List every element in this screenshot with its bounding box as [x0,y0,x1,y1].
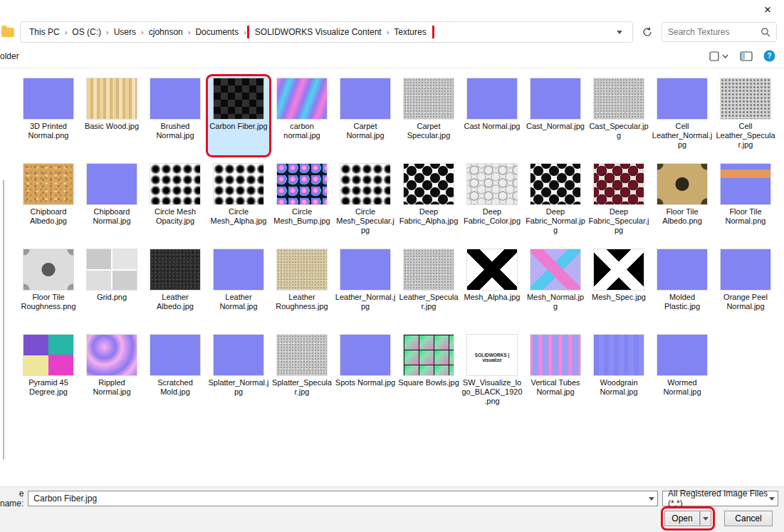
file-item[interactable]: Circle Mesh_Specular.jpg [334,161,397,241]
new-folder-button-partial[interactable]: older [0,51,19,61]
file-item[interactable]: Orange Peel Normal.jpg [714,246,777,327]
file-item[interactable]: Basic Wood.jpg [80,75,143,156]
file-item[interactable]: Leather_Specular.jpg [397,246,460,327]
breadcrumb-item[interactable]: OS (C:) [69,26,104,38]
file-thumbnail [23,78,73,119]
file-item[interactable]: Cell Leather_Specular.jpg [714,75,777,156]
file-item[interactable]: Scratched Mold.jpg [144,332,207,412]
file-item[interactable]: Deep Fabric_Specular.jpg [587,161,650,241]
breadcrumb-separator: › [242,28,248,36]
file-item[interactable]: Deep Fabric_Color.jpg [461,161,523,241]
breadcrumb-item[interactable]: Textures [391,26,429,38]
svg-text:?: ? [767,52,771,60]
close-icon[interactable]: × [751,0,784,20]
file-name-text: 3D Printed Normal.png [17,122,80,140]
file-item[interactable]: Circle Mesh_Alpha.jpg [207,161,270,241]
file-item[interactable]: Pyramid 45 Degree.jpg [17,332,80,412]
file-item[interactable]: SOLIDWORKS | visualize SW_Visualize_logo… [461,332,523,412]
file-name-text: Pyramid 45 Degree.jpg [17,378,80,397]
file-thumbnail [467,164,517,204]
file-item[interactable]: Leather_Normal.jpg [334,246,397,327]
file-item[interactable]: Chipboard Normal.jpg [80,161,143,241]
breadcrumb-item[interactable]: Users [111,26,139,38]
file-name-text: Woodgrain Normal.jpg [587,378,650,397]
address-dropdown-icon[interactable] [612,31,627,34]
file-item[interactable]: Leather Roughness.jpg [271,246,333,327]
file-item[interactable]: Splatter_Normal.jpg [207,332,270,412]
breadcrumb-item[interactable]: This PC [26,26,63,38]
file-item[interactable]: Rippled Normal.jpg [80,332,143,412]
file-item[interactable]: Circle Mesh_Bump.jpg [271,161,333,241]
help-icon[interactable]: ? [763,50,775,62]
file-item[interactable]: Vertical Tubes Normal.jpg [524,332,587,412]
file-name-text: Circle Mesh_Bump.jpg [271,207,333,226]
file-item[interactable]: Brushed Normal.jpg [144,75,207,156]
file-item[interactable]: Deep Fabric_Normal.jpg [524,161,587,241]
file-item[interactable]: Mesh_Normal.jpg [524,246,587,327]
open-button-group: Open [664,511,711,526]
file-item[interactable]: Cell Leather_Normal.jpg [651,75,714,156]
file-thumbnail [404,164,454,204]
file-name-input[interactable]: Carbon Fiber.jpg [28,491,658,506]
file-item[interactable]: Deep Fabric_Alpha.jpg [397,161,460,241]
file-item-selected[interactable]: Carbon Fiber.jpg [207,75,270,156]
file-item[interactable]: Carpet Specular.jpg [397,75,460,156]
cancel-button[interactable]: Cancel [724,511,773,526]
file-item[interactable]: Carpet Normal.jpg [334,75,397,156]
file-item[interactable]: Floor Tile Normal.png [714,161,777,241]
file-thumbnail [214,249,263,290]
file-name-text: Carbon Fiber.jpg [207,122,270,131]
file-item[interactable]: Mesh_Alpha.jpg [461,246,523,327]
thumbnail-logo-text: SOLIDWORKS | visualize [467,335,517,363]
file-thumbnail [721,164,770,204]
open-dropdown-button[interactable] [700,511,711,526]
file-item[interactable]: Square Bowls.jpg [397,332,460,412]
file-name-text: Circle Mesh Opacity.jpg [144,207,207,226]
file-name-text: Cast_Normal.jpg [524,122,587,131]
breadcrumb-item[interactable]: cjohnson [146,26,186,38]
file-item[interactable]: Molded Plastic.jpg [651,246,714,327]
file-item[interactable]: Mesh_Spec.jpg [587,246,650,327]
view-options-icon[interactable] [709,51,729,62]
breadcrumb-separator: › [187,28,192,36]
breadcrumb-bar[interactable]: This PC›OS (C:)›Users›cjohnson›Documents… [20,21,633,43]
file-item[interactable]: Cast_Specular.jpg [587,75,650,156]
file-thumbnail [340,249,390,290]
file-name-text: Square Bowls.jpg [397,378,460,387]
file-item[interactable]: Spots Normal.jpg [334,332,397,412]
breadcrumb-item[interactable]: SOLIDWORKS Visualize Content [252,26,385,38]
file-thumbnail [277,335,327,375]
refresh-icon[interactable] [639,26,656,38]
file-item[interactable]: Cast Normal.jpg [461,75,523,156]
file-item[interactable]: Grid.png [80,246,143,327]
file-item[interactable]: Cast_Normal.jpg [524,75,587,156]
file-thumbnail [277,78,327,119]
file-type-dropdown-icon [769,497,775,501]
file-name-text: Floor Tile Roughness.png [17,293,80,311]
file-name-dropdown-icon[interactable] [649,497,654,501]
breadcrumb: This PC›OS (C:)›Users›cjohnson›Documents… [26,26,612,38]
file-item[interactable]: Floor Tile Roughness.png [17,246,80,327]
search-placeholder: Search Textures [668,27,730,37]
open-button[interactable]: Open [664,511,700,526]
file-item[interactable]: Leather Albedo.jpg [144,246,207,327]
breadcrumb-item[interactable]: Documents [192,26,241,38]
file-item[interactable]: Woodgrain Normal.jpg [587,332,650,412]
file-item[interactable]: Chipboard Albedo.jpg [17,161,80,241]
file-thumbnail [657,335,707,375]
file-name-text: Brushed Normal.jpg [144,122,207,140]
file-item[interactable]: Splatter_Specular.jpg [271,332,333,412]
search-input[interactable]: Search Textures [662,22,777,42]
file-item[interactable]: Wormed Normal.jpg [651,332,714,412]
file-thumbnail [404,78,454,119]
file-item[interactable]: carbon normal.jpg [271,75,333,156]
file-item[interactable]: Leather Normal.jpg [207,246,270,327]
preview-pane-icon[interactable] [740,51,753,62]
file-item[interactable]: 3D Printed Normal.png [17,75,80,156]
file-name-text: Floor Tile Albedo.png [651,207,714,226]
file-item[interactable]: Circle Mesh Opacity.jpg [144,161,207,241]
file-item[interactable]: Floor Tile Albedo.png [651,161,714,241]
file-thumbnail [23,335,73,375]
search-icon [761,27,770,37]
file-type-select[interactable]: All Registered Image Files (*.*) [662,491,778,506]
